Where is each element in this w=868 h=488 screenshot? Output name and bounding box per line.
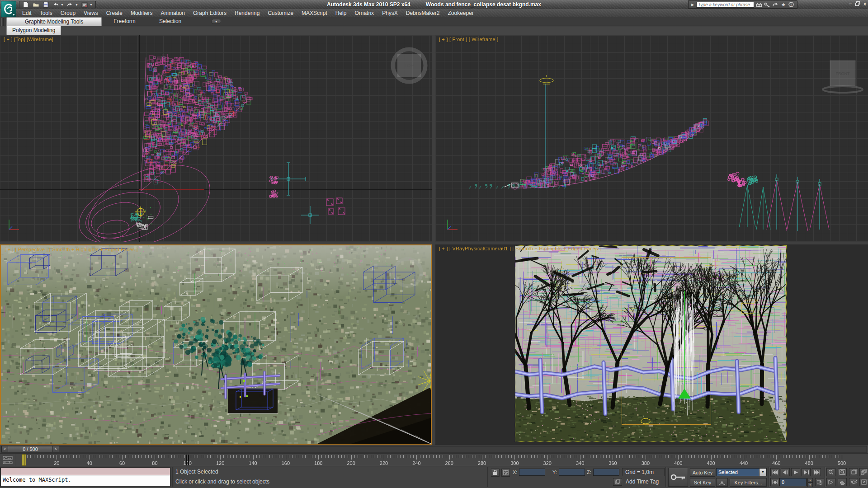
close-button[interactable]: x <box>863 1 866 6</box>
undo-icon[interactable] <box>52 1 59 8</box>
quick-access-toolbar: ▼ ▼ ▼ <box>19 1 96 8</box>
next-frame-button[interactable]: > <box>52 446 59 452</box>
search-binoculars-icon[interactable] <box>756 2 762 7</box>
set-key-button[interactable]: Set Key <box>690 478 715 487</box>
redo-icon[interactable] <box>66 1 74 8</box>
top-viewport-canvas[interactable] <box>0 35 432 242</box>
ribbon-tab-graphite-modeling-tools[interactable]: Graphite Modeling Tools <box>6 17 102 26</box>
front-viewport-label[interactable]: [ + ] [ Front ] [ Wireframe ] <box>439 37 498 42</box>
menu-item-create[interactable]: Create <box>102 9 127 17</box>
menu-item-group[interactable]: Group <box>57 9 80 17</box>
previous-frame-button[interactable]: < <box>2 446 8 452</box>
undo-dropdown-icon[interactable]: ▼ <box>61 3 64 6</box>
ribbon-tab-selection[interactable]: Selection <box>147 17 193 26</box>
field-of-view-button[interactable] <box>826 478 835 486</box>
previous-frame-step-button[interactable] <box>781 468 790 476</box>
zoom-extents-all-button[interactable] <box>859 468 868 476</box>
perspective-viewport-canvas[interactable] <box>1 245 431 444</box>
camera-viewport-canvas[interactable] <box>515 246 786 441</box>
play-button[interactable] <box>791 468 800 476</box>
viewport-perspective[interactable]: [ + ] [ Perspective ] [ Smooth + Highlig… <box>0 244 432 445</box>
dropdown-arrow-icon[interactable]: ▼ <box>759 469 766 476</box>
absolute-offset-toggle[interactable] <box>501 469 510 477</box>
menu-item-help[interactable]: Help <box>331 9 351 17</box>
ribbon-tab-freeform[interactable]: Freeform <box>102 17 147 26</box>
viewport-front[interactable]: [ + ] [ Front ] [ Wireframe ] <box>435 35 868 242</box>
save-file-icon[interactable] <box>42 1 49 8</box>
menu-item-physx[interactable]: PhysX <box>378 9 402 17</box>
minimize-button[interactable]: – <box>849 1 852 6</box>
macro-recorder-pane[interactable] <box>1 468 170 475</box>
ribbon-tab-dropdown-icon[interactable]: ▼ <box>211 19 221 24</box>
app-menu-flyout-icon: ▼ <box>12 13 15 16</box>
zoom-button[interactable] <box>826 468 835 476</box>
menu-item-rendering[interactable]: Rendering <box>231 9 264 17</box>
new-file-icon[interactable] <box>22 1 29 8</box>
panel-tab-polygon-modeling[interactable]: Polygon Modeling <box>6 26 61 35</box>
spinner-down-icon[interactable]: ▼ <box>807 483 813 487</box>
menu-item-edit[interactable]: Edit <box>18 9 36 17</box>
selection-lock-toggle[interactable] <box>491 469 500 477</box>
frame-spinner[interactable]: ▲▼ <box>807 478 813 486</box>
viewport-top[interactable]: [ + ] [Top] [Wireframe] <box>0 35 432 242</box>
menu-item-views[interactable]: Views <box>80 9 102 17</box>
menu-item-graph-editors[interactable]: Graph Editors <box>189 9 231 17</box>
maximize-viewport-toggle[interactable] <box>859 478 868 486</box>
top-viewport-label[interactable]: [ + ] [Top] [Wireframe] <box>4 37 53 42</box>
application-menu-button[interactable]: ▼ <box>1 1 16 17</box>
subscription-key-icon[interactable] <box>764 2 770 7</box>
default-tangents-button[interactable] <box>716 478 728 487</box>
front-viewport-canvas[interactable] <box>435 35 868 242</box>
key-filters-button[interactable]: Key Filters... <box>730 478 767 487</box>
time-configuration-button[interactable] <box>815 478 824 486</box>
x-coordinate-field[interactable] <box>519 469 545 476</box>
communication-center-icon[interactable] <box>772 2 778 7</box>
add-time-tag[interactable]: Add Time Tag <box>626 479 659 485</box>
time-slider-track[interactable]: < 0 / 500 > <box>1 446 867 453</box>
key-mode-toggle[interactable] <box>770 478 779 486</box>
title-bar: ▼ ▼ ▼ Autodesk 3ds Max 2010 SP2 x64 Wood… <box>0 0 868 9</box>
menu-item-customize[interactable]: Customize <box>264 9 297 17</box>
time-tag-icon[interactable] <box>613 478 622 486</box>
play-icon <box>794 470 798 474</box>
maxscript-mini-listener[interactable]: Welcome to MAXScript. <box>0 467 170 487</box>
go-to-start-button[interactable] <box>770 468 779 476</box>
open-file-icon[interactable] <box>32 1 39 8</box>
zoom-extents-button[interactable] <box>849 468 858 476</box>
listener-pane[interactable]: Welcome to MAXScript. <box>1 475 170 486</box>
project-dropdown-icon[interactable]: ▼ <box>90 3 93 6</box>
y-coordinate-field[interactable] <box>559 469 585 476</box>
auto-key-button[interactable]: Auto Key <box>690 468 715 477</box>
go-to-end-button[interactable] <box>812 468 821 476</box>
z-coordinate-field[interactable] <box>593 469 619 476</box>
menu-item-zookeeper[interactable]: Zookeeper <box>444 9 478 17</box>
current-frame-field[interactable] <box>779 478 807 486</box>
favorites-star-icon[interactable]: ★ <box>780 2 787 8</box>
next-frame-step-button[interactable] <box>802 468 811 476</box>
infocenter-expand-icon[interactable]: ▶ <box>691 3 694 7</box>
search-input[interactable] <box>696 2 754 8</box>
menu-item-animation[interactable]: Animation <box>157 9 189 17</box>
menu-item-ornatrix[interactable]: Ornatrix <box>350 9 378 17</box>
restore-button[interactable] <box>855 1 860 6</box>
zoom-all-button[interactable] <box>838 468 847 476</box>
spinner-up-icon[interactable]: ▲ <box>807 478 813 483</box>
hand-icon <box>840 479 845 485</box>
set-keys-button[interactable] <box>668 468 688 487</box>
viewport-camera[interactable]: [ + ] [ VRayPhysicalCamera01 ] [ Smooth … <box>435 244 868 445</box>
camera-viewport-label[interactable]: [ + ] [ VRayPhysicalCamera01 ] [ Smooth … <box>439 246 601 251</box>
selection-set-dropdown[interactable]: Selected ▼ <box>716 468 767 476</box>
perspective-viewport-label[interactable]: [ + ] [ Perspective ] [ Smooth + Highlig… <box>5 247 138 252</box>
mini-curve-editor-button[interactable] <box>0 454 15 466</box>
orbit-button[interactable] <box>849 478 858 486</box>
track-bar-ruler[interactable] <box>15 454 868 466</box>
project-folder-icon[interactable] <box>81 1 88 8</box>
pan-button[interactable] <box>838 478 847 486</box>
redo-dropdown-icon[interactable]: ▼ <box>75 3 78 6</box>
menu-item-tools[interactable]: Tools <box>36 9 57 17</box>
menu-item-modifiers[interactable]: Modifiers <box>127 9 157 17</box>
menu-item-debrismaker2[interactable]: DebrisMaker2 <box>402 9 444 17</box>
help-icon[interactable]: ? <box>788 2 795 7</box>
time-slider-handle[interactable]: < 0 / 500 > <box>1 446 59 452</box>
menu-item-maxscript[interactable]: MAXScript <box>297 9 331 17</box>
